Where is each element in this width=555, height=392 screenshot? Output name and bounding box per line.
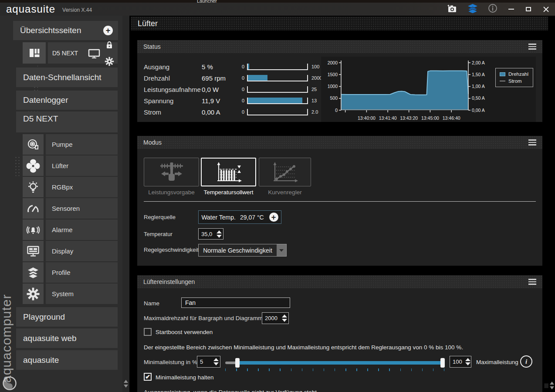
checkmark-icon: ✔ [145,373,150,380]
scroll-up-arrow-icon[interactable] [124,380,128,383]
info-icon[interactable]: i [520,355,532,368]
status-value: 11,9 V [202,97,238,105]
dropdown-arrow-icon[interactable] [277,244,286,256]
status-panel-header: Status [137,40,542,53]
legend-label: Drehzahl [508,71,528,77]
fan-icon-tile[interactable] [23,155,44,176]
reglerquelle-selector[interactable]: Water Temp. 29,07 °C + [198,210,281,224]
main-scrollbar[interactable] [550,380,554,391]
temperature-setpoint-icon [215,162,243,182]
max-power-spinner[interactable]: 100 [450,356,471,368]
svg-text:0,50 A: 0,50 A [472,95,485,101]
screenshot-camera-icon[interactable] [447,4,457,14]
sidebar-item-label: Profile [52,269,71,276]
scroll-down-arrow-icon[interactable] [550,386,554,389]
mode-button-kurvenregler[interactable] [259,158,311,186]
minimize-button[interactable] [507,5,515,13]
sidebar-item-label: Sensoren [52,205,80,212]
svg-text:500: 500 [330,95,338,101]
sidebar-item-daten-schnellansicht[interactable]: Daten-Schnellansicht [16,68,118,87]
power-range-slider[interactable] [225,358,444,368]
profile-icon-tile[interactable] [23,262,44,283]
status-label: Spannung [144,97,202,105]
sidebar-scrollbar[interactable] [122,16,129,392]
status-label: Drehzahl [144,74,202,82]
active-item-dots [14,156,20,176]
slider-max-handle[interactable] [440,358,445,368]
overview-page-d5next[interactable]: D5 NEXT [48,42,118,64]
overlay-layers-icon[interactable] [467,3,478,15]
add-source-button[interactable]: + [269,213,278,222]
sidebar-item-uebersichtsseiten[interactable]: Übersichtsseiten + [13,21,118,40]
monitor-icon[interactable] [88,48,101,59]
display-icon-tile[interactable] [23,241,44,261]
sidebar-item-datenlogger[interactable]: Datenlogger [16,91,118,110]
max-rpm-value: 2000 [262,313,281,324]
dropdown-value: Normale Geschwindigkeit [199,244,277,256]
meter-min: 0 [238,75,244,81]
min-power-value: 5 [197,356,212,367]
slider-active-range[interactable] [237,361,443,365]
app-version: Version X.44 [62,7,92,13]
sidebar-item-system[interactable]: System [46,284,118,304]
spinner-arrows[interactable] [215,229,223,239]
system-icon-tile[interactable] [23,284,44,304]
svg-text:1000: 1000 [328,84,338,89]
panel-menu-icon[interactable] [528,139,536,145]
page-settings-gear-icon[interactable] [105,57,114,66]
startboost-checkbox[interactable] [144,328,152,336]
maximize-button[interactable] [525,5,532,13]
overview-page-tile-button[interactable] [23,42,46,64]
slider-tick-marks [225,368,444,371]
scroll-down-arrow-icon[interactable] [124,385,128,388]
main-content: e. Lüfter Status Ausgang 5 % 0 100 Drehz… [131,16,555,392]
panel-title: Modus [143,139,162,146]
sidebar-item-aquasuite-web[interactable]: aquasuite web [16,328,118,348]
pump-icon-tile[interactable] [23,134,44,155]
panel-menu-icon[interactable] [528,279,536,285]
source-value: 29,07 °C [240,214,264,221]
curve-controller-icon [271,162,299,182]
sidebar-item-rgbpx[interactable]: RGBpx [46,177,118,197]
panel-menu-icon[interactable] [528,44,536,50]
info-icon[interactable] [488,3,497,15]
min-power-spinner[interactable]: 5 [197,356,220,368]
sidebar-item-aquasuite[interactable]: aquasuite [16,350,118,370]
alarms-icon-tile[interactable] [23,220,44,240]
add-overview-page-button[interactable]: + [103,26,113,35]
lock-icon[interactable] [105,41,113,50]
sidebar-item-label: Pumpe [52,141,73,148]
fan-name-input[interactable]: Fan [181,297,290,308]
spinner-arrows[interactable] [281,313,288,324]
sensors-icon-tile[interactable] [23,198,44,219]
close-button[interactable] [542,5,550,13]
sidebar-item-sensoren[interactable]: Sensoren [46,198,118,219]
sidebar-section-d5next[interactable]: D5 NEXT [16,112,118,132]
mode-button-leistungsvorgabe[interactable] [144,158,199,186]
slider-min-handle[interactable] [235,358,240,368]
sidebar-item-playground[interactable]: Playground [16,307,118,327]
regelgeschwindigkeit-dropdown[interactable]: Normale Geschwindigkeit [198,244,287,257]
svg-text:0,00 A: 0,00 A [472,108,485,113]
hold-min-checkbox[interactable]: ✔ [144,373,152,381]
sidebar-item-pumpe[interactable]: Pumpe [46,134,118,155]
spinner-arrows[interactable] [465,356,471,367]
rgbpx-icon-tile[interactable] [23,177,44,197]
regelgeschwindigkeit-label: Regelgeschwindigkeit [144,247,199,253]
hold-min-label: Minimalleistung halten [156,374,214,381]
sidebar-item-alarme[interactable]: Alarme [46,220,118,240]
svg-text:13:46:40: 13:46:40 [443,115,460,121]
sidebar-item-profile[interactable]: Profile [46,262,118,283]
spinner-arrows[interactable] [212,356,220,367]
max-rpm-spinner[interactable]: 2000 [262,312,289,324]
mode-button-temperatursollwert[interactable] [201,158,256,186]
scroll-up-arrow-icon[interactable] [550,382,554,385]
temperatur-spinner[interactable]: 35,0 [198,228,223,240]
sidebar-item-luefter[interactable]: Lüfter [46,155,118,176]
meter-max: 2000 [311,75,322,81]
sidebar-item-display[interactable]: Display [46,241,118,261]
chart-legend: Drehzahl Strom [495,68,533,87]
panel-title: Status [143,43,161,50]
status-label: Ausgang [144,63,202,71]
status-value: 0,00 A [202,108,238,116]
